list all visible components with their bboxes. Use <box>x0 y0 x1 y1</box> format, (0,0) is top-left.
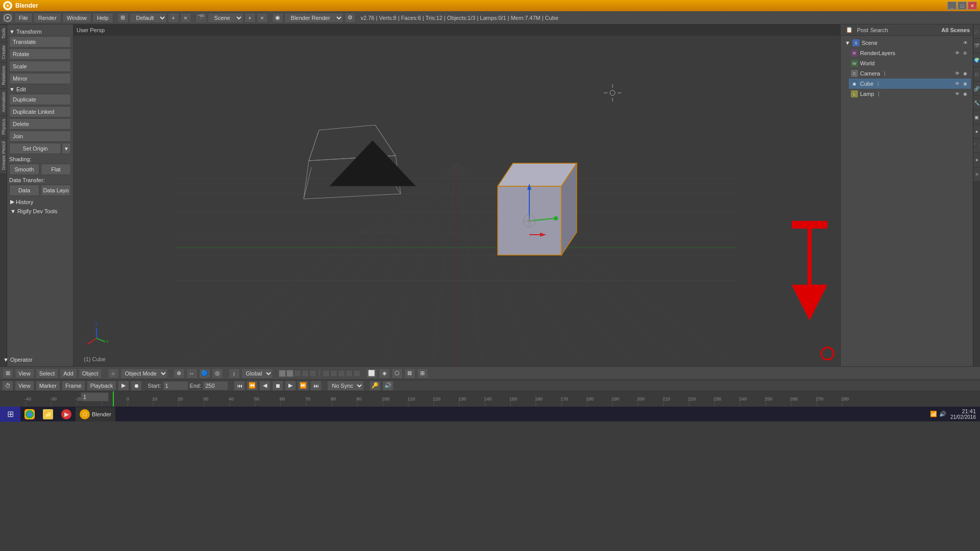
chrome-taskbar-item[interactable] <box>20 407 39 421</box>
render-prop-tab[interactable]: 🎥 <box>973 24 980 39</box>
camera-render-btn[interactable]: ◉ <box>962 70 969 77</box>
scale-button[interactable]: Scale <box>9 61 71 72</box>
add-menu-btn[interactable]: Add <box>60 368 77 379</box>
object-prop-tab[interactable]: □ <box>973 67 980 82</box>
renderlayers-extra-btn[interactable]: ⊕ <box>962 49 969 57</box>
layer-btn-3[interactable] <box>294 370 301 377</box>
outliner-item-camera[interactable]: C Camera | 👁 ◉ <box>849 68 971 79</box>
modifier-prop-tab[interactable]: 🔧 <box>973 96 980 110</box>
mode-dropdown[interactable]: Object Mode <box>120 368 168 379</box>
physics-prop-tab[interactable]: ⚛ <box>973 167 980 182</box>
cube-vis-btn[interactable]: 👁 <box>953 80 961 87</box>
timeline-record-icon[interactable]: ⏺ <box>131 381 142 391</box>
files-taskbar-item[interactable]: 📁 <box>39 407 57 421</box>
remove-layout-btn[interactable]: × <box>180 13 191 23</box>
cube-render-btn[interactable]: ◉ <box>962 80 969 87</box>
timeline-type-icon[interactable]: ⏱ <box>2 381 13 391</box>
help-menu[interactable]: Help <box>92 13 113 23</box>
manipulator-icon[interactable]: ↔ <box>186 368 198 379</box>
layer-btn-1[interactable] <box>279 370 286 377</box>
renderlayers-vis-btn[interactable]: 👁 <box>953 49 961 57</box>
layer-btn-4[interactable] <box>302 370 309 377</box>
tools-tab[interactable]: Tools <box>0 24 7 42</box>
texture-prop-tab[interactable]: ⬛ <box>973 139 980 153</box>
remove-scene-btn[interactable]: × <box>257 13 268 23</box>
outliner-item-scene[interactable]: ▼ S Scene 👁 <box>843 38 971 48</box>
join-button[interactable]: Join <box>9 131 71 142</box>
view-icon-5[interactable]: ⊞ <box>417 368 428 379</box>
create-tab[interactable]: Create <box>0 42 7 62</box>
media-taskbar-item[interactable]: ▶ <box>57 407 76 421</box>
view-icon-4[interactable]: ⊠ <box>404 368 415 379</box>
timeline-playback-btn[interactable]: Playback <box>87 381 117 391</box>
minimize-button[interactable]: _ <box>947 2 957 10</box>
proportional-icon[interactable]: ◎ <box>212 368 223 379</box>
timeline-ruler[interactable]: -40 -30 -20 -10 0 10 20 30 40 50 60 70 8… <box>0 391 980 407</box>
keying-icon[interactable]: 🔑 <box>370 381 381 391</box>
particle-prop-tab[interactable]: ✦ <box>973 153 980 167</box>
add-layout-btn[interactable]: + <box>168 13 179 23</box>
timeline-play-icon[interactable]: ▶ <box>118 381 129 391</box>
translate-button[interactable]: Translate <box>9 36 71 47</box>
clock[interactable]: 21:41 21/02/2016 <box>950 408 976 420</box>
stop-btn[interactable]: ⏹ <box>272 381 283 391</box>
layer-btn-2[interactable] <box>286 370 293 377</box>
flat-button[interactable]: Flat <box>41 164 71 175</box>
current-frame-input[interactable] <box>81 392 109 402</box>
delete-button[interactable]: Delete <box>9 118 71 130</box>
outliner-item-cube[interactable]: ▣ Cube | 👁 ◉ <box>849 79 971 89</box>
layer-btn-5[interactable] <box>309 370 316 377</box>
relations-tab[interactable]: Relations <box>0 62 7 88</box>
duplicate-button[interactable]: Duplicate <box>9 94 71 105</box>
set-origin-button[interactable]: Set Origin <box>9 143 61 154</box>
engine-dropdown[interactable]: Blender Render <box>284 13 344 23</box>
screen-icon[interactable]: ⊞ <box>117 13 129 23</box>
scene-vis-btn[interactable]: 👁 <box>962 39 969 46</box>
lamp-render-btn[interactable]: ◉ <box>962 90 969 97</box>
camera-vis-btn[interactable]: 👁 <box>953 70 961 77</box>
layout-dropdown[interactable]: Default <box>130 13 167 23</box>
grease-pencil-tab[interactable]: Grease Pencil <box>0 138 7 173</box>
jump-end-btn[interactable]: ⏭ <box>310 381 322 391</box>
timeline-frame-btn[interactable]: Frame <box>62 381 85 391</box>
timeline-marker-btn[interactable]: Marker <box>36 381 60 391</box>
layer-btn-10[interactable] <box>353 370 360 377</box>
window-menu[interactable]: Window <box>62 13 91 23</box>
network-icon[interactable]: 📶 <box>930 411 937 417</box>
outliner-item-world[interactable]: W World <box>849 58 971 68</box>
pivot-icon[interactable]: ⊕ <box>174 368 185 379</box>
data-button[interactable]: Data <box>9 185 39 196</box>
viewport[interactable]: User Persp <box>74 24 840 366</box>
layer-btn-7[interactable] <box>330 370 337 377</box>
data-prop-tab[interactable]: ▣ <box>973 110 980 124</box>
view-icon-3[interactable]: ⬡ <box>391 368 403 379</box>
lamp-vis-btn[interactable]: 👁 <box>953 90 961 97</box>
start-button[interactable]: ⊞ <box>0 407 20 422</box>
file-menu[interactable]: File <box>14 13 33 23</box>
viewport-type-icon[interactable]: ⊞ <box>2 368 13 379</box>
end-frame-input[interactable] <box>203 381 228 390</box>
start-frame-input[interactable] <box>163 381 188 390</box>
history-header[interactable]: ▶ History <box>9 197 71 207</box>
operator-header[interactable]: ▼ Operator <box>7 355 74 364</box>
layer-btn-9[interactable] <box>346 370 353 377</box>
layer-btn-6[interactable] <box>323 370 330 377</box>
scene-dropdown[interactable]: Scene <box>208 13 243 23</box>
sync-mode-dropdown[interactable]: No Sync <box>327 381 364 391</box>
add-scene-btn[interactable]: + <box>244 13 256 23</box>
play-back-btn[interactable]: ◀ <box>259 381 271 391</box>
close-button[interactable]: × <box>968 2 977 10</box>
speaker-icon[interactable]: 🔊 <box>939 411 946 417</box>
transform-icon[interactable]: ↕ <box>229 368 240 379</box>
render-menu[interactable]: Render <box>34 13 61 23</box>
scene-prop-tab[interactable]: 🎬 <box>973 39 980 53</box>
view-icon-1[interactable]: ⬜ <box>366 368 377 379</box>
view-icon-2[interactable]: ◈ <box>379 368 390 379</box>
snap-icon[interactable]: 🔵 <box>199 368 210 379</box>
audio-icon[interactable]: 🔊 <box>382 381 394 391</box>
material-prop-tab[interactable]: ● <box>973 124 980 139</box>
set-origin-arrow-button[interactable]: ▼ <box>62 143 71 154</box>
animation-tab[interactable]: Animation <box>0 88 7 115</box>
object-menu-btn[interactable]: Object <box>79 368 102 379</box>
select-menu-btn[interactable]: Select <box>36 368 59 379</box>
